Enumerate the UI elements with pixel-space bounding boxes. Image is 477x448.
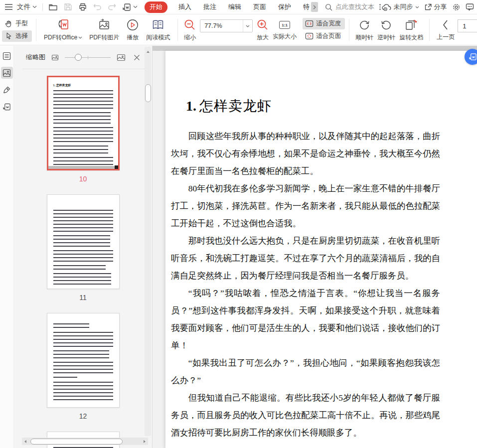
tab-protect[interactable]: 保护	[272, 0, 297, 14]
vertical-scrollbar-thumb[interactable]	[145, 84, 151, 102]
tab-overflow-button[interactable]	[311, 2, 318, 12]
thumbnail-page-number: 10	[47, 175, 120, 183]
reading-mode-button[interactable]: 阅读模式	[143, 15, 173, 44]
save-button[interactable]	[61, 0, 75, 14]
zoom-level-value[interactable]	[200, 22, 239, 29]
thumbnail-page-number: 11	[47, 294, 120, 301]
sidebar-horizontal-scrollbar[interactable]	[22, 438, 148, 445]
print-button[interactable]	[75, 0, 90, 14]
file-menu-label: 文件	[17, 2, 30, 11]
pdf-to-office-button[interactable]: PDF转Office	[40, 15, 86, 44]
mini-text-lines	[53, 235, 110, 248]
mini-text-lines	[53, 323, 89, 330]
rotate-document-label: 旋转文档	[399, 33, 423, 42]
reading-mode-label: 阅读模式	[146, 33, 170, 42]
feedback-button[interactable]	[466, 3, 474, 11]
play-button[interactable]: 播放	[123, 15, 143, 44]
settings-button[interactable]	[452, 3, 461, 11]
viewport-top-gap	[153, 46, 477, 51]
thumbnail-page-number: 12	[47, 412, 120, 420]
close-panel-button[interactable]	[134, 54, 140, 61]
zoom-out-button[interactable]: 缩小	[182, 15, 198, 44]
chevron-down-icon	[133, 5, 138, 8]
cloud-unsynced-icon	[382, 3, 392, 11]
chapter-title: 1.怎样卖龙虾	[186, 97, 477, 116]
thumbnail-page-11[interactable]: 11	[47, 194, 120, 306]
previous-page-button[interactable]: 上一页	[434, 15, 458, 44]
left-icon-rail	[0, 46, 14, 448]
actual-size-icon: 1:1	[279, 21, 290, 29]
fit-page-button[interactable]: 适合页面	[303, 30, 345, 42]
actual-size-button[interactable]: 1:1 实际大小	[271, 15, 299, 44]
pdf-to-office-label: PDF转Office	[44, 33, 77, 42]
share-button[interactable]: 分享	[424, 2, 447, 11]
open-folder-icon	[48, 3, 58, 11]
sidebar-vertical-scrollbar[interactable]	[145, 47, 151, 436]
thumbnail-page-12[interactable]: 12	[47, 313, 120, 425]
tab-page[interactable]: 页面	[247, 0, 272, 14]
thumbnail-panel-button[interactable]	[1, 67, 13, 79]
hamburger-icon	[4, 3, 13, 10]
rotate-document-button[interactable]: 旋转文档	[397, 15, 425, 44]
slider-knob[interactable]	[75, 54, 82, 61]
thumbnail-smaller-icon[interactable]	[51, 54, 59, 61]
scroll-right-arrow-icon	[144, 440, 146, 443]
open-file-button[interactable]	[45, 0, 61, 14]
thumbnail-larger-icon[interactable]	[117, 54, 126, 61]
sync-status-button[interactable]: 未同步	[382, 2, 419, 11]
fit-page-icon	[305, 32, 314, 40]
word-export-icon	[469, 53, 477, 61]
paragraph: 但我知道自己不能退缩。有些比我还小5岁的年轻人都做了餐厅服务员，而且服务员的收入…	[171, 389, 440, 442]
tab-edit[interactable]: 编辑	[222, 0, 247, 14]
document-viewport[interactable]: 1.怎样卖龙虾 回顾这些年我所从事的种种职业，以及伴随其中的起起落落，曲折坎坷，…	[152, 46, 477, 448]
fit-width-button[interactable]: 适合宽度	[303, 18, 345, 29]
undo-button[interactable]	[90, 0, 105, 14]
mini-text-lines	[53, 127, 113, 144]
zoom-level-select[interactable]	[200, 19, 253, 32]
rotate-counterclockwise-icon	[380, 18, 393, 31]
page-number-input[interactable]	[458, 19, 477, 32]
undo-icon	[93, 3, 102, 10]
zoom-in-button[interactable]: 放大	[255, 15, 271, 44]
chevron-left-icon	[440, 19, 451, 31]
select-tool-button[interactable]: 选择	[2, 30, 32, 42]
sign-panel-button[interactable]	[1, 84, 13, 96]
redo-button[interactable]	[105, 0, 119, 14]
mini-text-lines	[53, 362, 113, 375]
word-doc-icon	[122, 3, 131, 11]
tab-insert[interactable]: 插入	[172, 0, 197, 14]
hamburger-menu-button[interactable]	[0, 0, 16, 14]
divider	[42, 3, 43, 11]
menubar: 文件	[0, 0, 477, 14]
mini-text-lines	[53, 112, 111, 125]
paragraph: 那时我也没什么远大抱负，只是在厨房里切切蔬菜，在收音机里听听音乐，和洗碗工打趣逗…	[171, 232, 440, 285]
export-word-button[interactable]	[119, 0, 141, 14]
paragraph: “我吗？”我咕哝着，惶恐之情溢于言表。“你想让我当一名服务员？”想到这件事我都浑…	[171, 285, 440, 354]
tab-special[interactable]: 特	[297, 0, 310, 14]
thumbnail-page-10[interactable]: 1. 怎样卖龙虾 10	[47, 76, 120, 188]
outline-panel-button[interactable]	[1, 50, 13, 62]
divider	[36, 19, 36, 41]
horizontal-scrollbar-thumb[interactable]	[30, 439, 123, 445]
hand-icon	[4, 19, 13, 28]
to-word-panel-button[interactable]	[1, 101, 13, 113]
file-menu-button[interactable]: 文件	[16, 0, 40, 14]
tab-comment[interactable]: 批注	[197, 0, 222, 14]
rotate-clockwise-button[interactable]: 顺时针	[353, 15, 375, 44]
search-button[interactable]: 点此查找文本	[325, 2, 374, 11]
pdf-to-image-icon	[98, 18, 111, 31]
hand-tool-button[interactable]: 手型	[2, 18, 32, 29]
mini-text-lines	[53, 265, 106, 271]
tab-home[interactable]: 开始	[145, 0, 167, 14]
quick-convert-to-word-button[interactable]	[465, 49, 477, 65]
scroll-up-arrow-icon	[147, 51, 150, 53]
mini-text-lines	[53, 350, 110, 360]
outline-list-icon	[2, 52, 11, 60]
thumbnail-page-image: 1. 怎样卖龙虾	[47, 76, 120, 170]
divider	[429, 19, 430, 41]
printer-icon	[78, 3, 87, 11]
pdf-to-image-button[interactable]: PDF转图片	[86, 15, 123, 44]
thumbnail-size-slider[interactable]	[65, 54, 111, 61]
thumbnail-image-icon	[2, 69, 11, 77]
rotate-counterclockwise-button[interactable]: 逆时针	[375, 15, 397, 44]
